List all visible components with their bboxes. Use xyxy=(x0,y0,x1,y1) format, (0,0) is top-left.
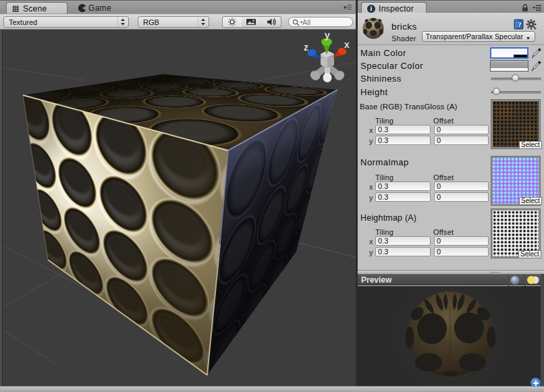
svg-text:z: z xyxy=(304,42,308,53)
svg-text:?: ? xyxy=(518,20,522,28)
svg-text:x: x xyxy=(344,39,350,50)
svg-text:y: y xyxy=(325,30,330,40)
